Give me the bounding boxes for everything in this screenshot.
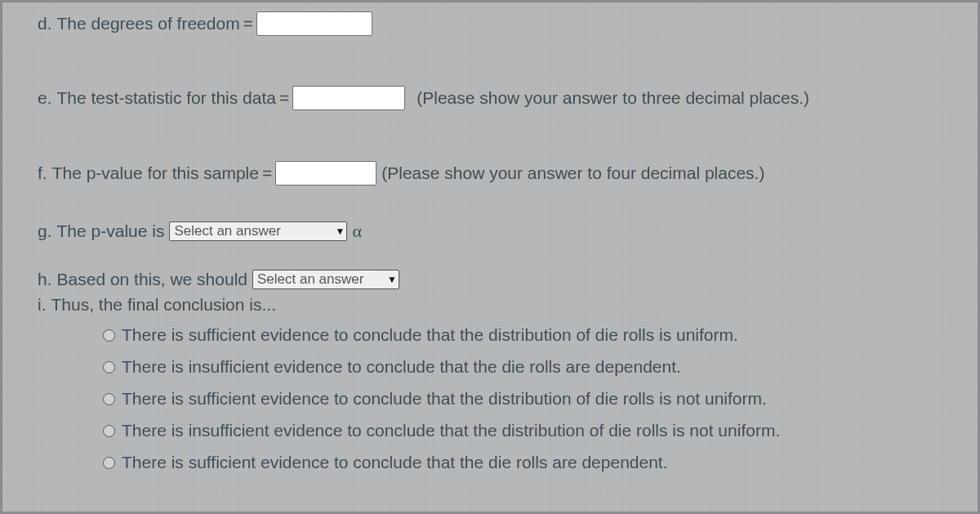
conclusion-option[interactable]: There is insufficient evidence to conclu… (103, 421, 780, 440)
conclusion-option-label: There is insufficient evidence to conclu… (122, 421, 780, 440)
conclusion-option-label: There is sufficient evidence to conclude… (122, 389, 767, 409)
question-d: d. The degrees of freedom = (38, 11, 372, 36)
conclusion-options: There is sufficient evidence to conclude… (103, 325, 780, 485)
conclusion-option-label: There is sufficient evidence to conclude… (122, 325, 738, 345)
conclusion-option[interactable]: There is sufficient evidence to conclude… (103, 389, 780, 409)
radio-icon (103, 457, 115, 469)
question-f: f. The p-value for this sample = (Please… (38, 161, 764, 185)
question-e-label: e. (38, 88, 52, 108)
chevron-down-icon: ▼ (387, 274, 397, 285)
conclusion-option[interactable]: There is sufficient evidence to conclude… (103, 325, 780, 345)
conclusion-option[interactable]: There is insufficient evidence to conclu… (103, 357, 780, 377)
radio-icon (103, 329, 115, 342)
question-g-label: g. (38, 221, 52, 241)
chevron-down-icon: ▼ (336, 226, 345, 237)
question-i-label: i. (38, 295, 47, 315)
radio-icon (103, 425, 115, 437)
conclusion-option-label: There is sufficient evidence to conclude… (122, 453, 668, 472)
conclusion-option[interactable]: There is sufficient evidence to conclude… (103, 453, 780, 472)
question-e-hint: (Please show your answer to three decima… (416, 88, 809, 108)
question-e-text: The test-statistic for this data (57, 88, 276, 108)
question-i-text: Thus, the final conclusion is... (51, 295, 276, 315)
conclusion-option-label: There is insufficient evidence to conclu… (122, 357, 681, 377)
question-e: e. The test-statistic for this data = (P… (38, 86, 809, 110)
question-f-hint: (Please show your answer to four decimal… (381, 163, 764, 183)
equals-sign: = (279, 88, 289, 108)
question-g: g. The p-value is Select an answer ▼ α (38, 221, 362, 242)
radio-icon (103, 361, 115, 373)
question-g-text: The p-value is (57, 221, 165, 241)
equals-sign: = (262, 163, 272, 183)
p-value-input[interactable] (275, 161, 376, 185)
question-f-text: The p-value for this sample (52, 163, 259, 183)
question-h-text: Based on this, we should (57, 270, 247, 289)
question-f-label: f. (38, 163, 47, 183)
p-value-compare-select[interactable]: Select an answer ▼ (169, 221, 347, 241)
test-statistic-input[interactable] (292, 86, 405, 110)
decision-select[interactable]: Select an answer ▼ (252, 270, 399, 289)
question-d-label: d. (38, 14, 52, 34)
question-h: h. Based on this, we should Select an an… (38, 270, 399, 289)
question-d-text: The degrees of freedom (57, 14, 240, 34)
select-placeholder: Select an answer (257, 271, 363, 288)
question-h-label: h. (38, 270, 52, 289)
question-i: i. Thus, the final conclusion is... (38, 295, 276, 315)
alpha-symbol: α (352, 221, 362, 242)
select-placeholder: Select an answer (174, 223, 280, 239)
radio-icon (103, 393, 115, 405)
equals-sign: = (243, 14, 253, 34)
degrees-of-freedom-input[interactable] (256, 11, 372, 36)
